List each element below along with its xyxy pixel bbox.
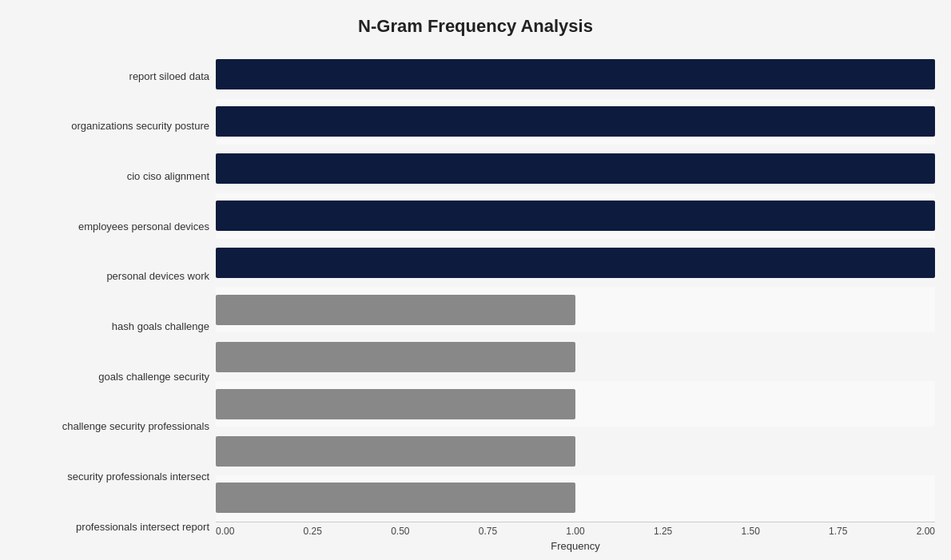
bar [216, 295, 575, 325]
bar [216, 153, 935, 184]
y-label: goals challenge security [98, 354, 209, 399]
y-label: cio ciso alignment [127, 153, 209, 199]
y-label: employees personal devices [78, 204, 209, 249]
bar-row [216, 240, 935, 286]
x-axis-label: Frequency [216, 540, 935, 552]
x-tick: 2.00 [917, 526, 935, 537]
y-label: challenge security professionals [62, 404, 209, 450]
bar [216, 436, 575, 467]
bar-row [216, 146, 935, 192]
bar [216, 59, 935, 89]
chart-area: report siloed dataorganizations security… [16, 51, 935, 552]
bar-row [216, 193, 935, 239]
x-tick: 0.50 [391, 526, 409, 537]
x-axis: 0.000.250.500.751.001.251.501.752.00 [216, 522, 935, 537]
bar-row [216, 99, 935, 145]
bar [216, 389, 575, 419]
bar-row [216, 381, 935, 427]
x-tick: 0.75 [479, 526, 497, 537]
bar-row [216, 334, 935, 379]
x-tick: 1.50 [741, 526, 759, 537]
chart-title: N-Gram Frequency Analysis [358, 16, 593, 37]
plot-area: 0.000.250.500.751.001.251.501.752.00 Fre… [216, 51, 935, 552]
y-axis-labels: report siloed dataorganizations security… [16, 51, 216, 552]
bar [216, 342, 575, 372]
x-tick: 1.25 [654, 526, 672, 537]
bar-row [216, 475, 935, 521]
bar-row [216, 428, 935, 474]
bar [216, 248, 935, 278]
y-label: professionals intersect report [76, 504, 209, 550]
bar-row [216, 52, 935, 97]
bar [216, 483, 575, 513]
y-label: report siloed data [129, 54, 209, 99]
bars-wrapper [216, 51, 935, 522]
y-label: personal devices work [106, 254, 209, 300]
x-tick: 1.75 [829, 526, 847, 537]
bar [216, 106, 935, 137]
x-tick: 0.00 [216, 526, 234, 537]
bar [216, 201, 935, 231]
bar-row [216, 287, 935, 332]
x-tick: 1.00 [566, 526, 584, 537]
y-label: hash goals challenge [112, 304, 209, 349]
x-tick: 0.25 [304, 526, 322, 537]
y-label: organizations security posture [71, 104, 209, 149]
chart-container: N-Gram Frequency Analysis report siloed … [0, 0, 951, 560]
y-label: security professionals intersect [67, 454, 209, 499]
